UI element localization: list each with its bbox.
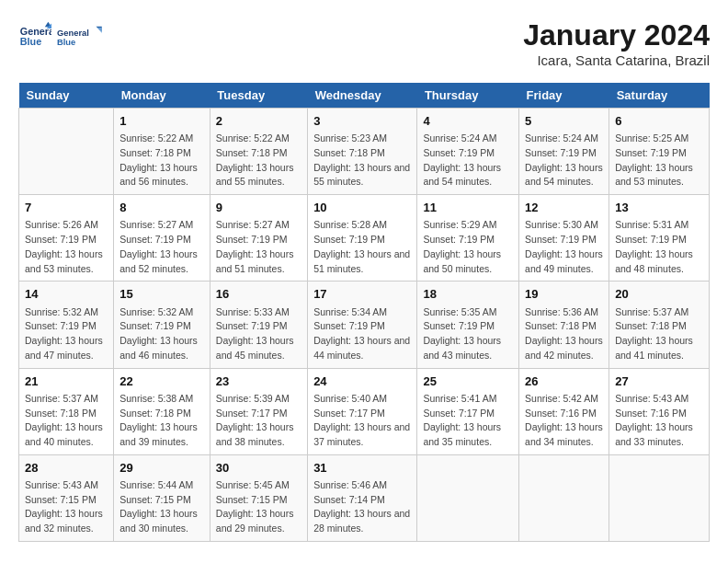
day-cell: 7Sunrise: 5:26 AMSunset: 7:19 PMDaylight…: [19, 195, 114, 282]
svg-text:General: General: [57, 29, 89, 38]
day-number: 25: [423, 373, 513, 390]
day-cell: 18Sunrise: 5:35 AMSunset: 7:19 PMDayligh…: [417, 282, 519, 368]
day-info: Sunrise: 5:43 AMSunset: 7:16 PMDaylight:…: [615, 392, 703, 450]
day-info: Sunrise: 5:42 AMSunset: 7:16 PMDaylight:…: [525, 392, 603, 450]
day-number: 14: [25, 286, 108, 303]
day-cell: 13Sunrise: 5:31 AMSunset: 7:19 PMDayligh…: [609, 195, 710, 282]
column-header-saturday: Saturday: [609, 83, 710, 109]
day-info: Sunrise: 5:44 AMSunset: 7:15 PMDaylight:…: [119, 478, 204, 536]
day-number: 19: [525, 286, 603, 303]
column-header-sunday: Sunday: [19, 83, 114, 109]
day-number: 28: [25, 460, 108, 477]
day-info: Sunrise: 5:43 AMSunset: 7:15 PMDaylight:…: [25, 478, 108, 536]
day-number: 22: [119, 373, 204, 390]
column-header-thursday: Thursday: [417, 83, 519, 109]
day-cell: 6Sunrise: 5:25 AMSunset: 7:19 PMDaylight…: [609, 109, 710, 195]
day-info: Sunrise: 5:37 AMSunset: 7:18 PMDaylight:…: [615, 305, 703, 363]
day-number: 9: [216, 200, 301, 216]
day-cell: 2Sunrise: 5:22 AMSunset: 7:18 PMDaylight…: [210, 109, 307, 195]
day-number: 1: [119, 113, 204, 130]
day-number: 24: [313, 373, 411, 390]
day-info: Sunrise: 5:27 AMSunset: 7:19 PMDaylight:…: [119, 218, 204, 276]
day-cell: 15Sunrise: 5:32 AMSunset: 7:19 PMDayligh…: [114, 282, 210, 368]
day-info: Sunrise: 5:36 AMSunset: 7:18 PMDaylight:…: [525, 305, 603, 363]
day-cell: 25Sunrise: 5:41 AMSunset: 7:17 PMDayligh…: [417, 368, 519, 454]
day-number: 30: [216, 460, 301, 477]
day-number: 18: [423, 286, 513, 303]
day-number: 31: [313, 460, 411, 477]
general-blue-logo-svg: General Blue: [57, 18, 103, 55]
day-cell: [609, 454, 710, 541]
svg-marker-7: [97, 28, 102, 33]
column-header-wednesday: Wednesday: [308, 83, 417, 109]
day-info: Sunrise: 5:24 AMSunset: 7:19 PMDaylight:…: [423, 132, 513, 190]
page-subtitle: Icara, Santa Catarina, Brazil: [523, 52, 710, 68]
day-cell: 20Sunrise: 5:37 AMSunset: 7:18 PMDayligh…: [609, 282, 710, 368]
day-info: Sunrise: 5:37 AMSunset: 7:18 PMDaylight:…: [25, 392, 108, 450]
day-cell: 11Sunrise: 5:29 AMSunset: 7:19 PMDayligh…: [417, 195, 519, 282]
day-cell: 23Sunrise: 5:39 AMSunset: 7:17 PMDayligh…: [210, 368, 307, 454]
day-number: 8: [119, 200, 204, 216]
day-info: Sunrise: 5:22 AMSunset: 7:18 PMDaylight:…: [119, 132, 204, 190]
day-cell: 9Sunrise: 5:27 AMSunset: 7:19 PMDaylight…: [210, 195, 307, 282]
day-number: 20: [615, 286, 703, 303]
day-cell: [519, 454, 609, 541]
column-header-friday: Friday: [519, 83, 609, 109]
logo: General Blue General Blue: [18, 18, 103, 55]
day-info: Sunrise: 5:22 AMSunset: 7:18 PMDaylight:…: [216, 132, 301, 190]
day-number: 16: [216, 286, 301, 303]
day-cell: 19Sunrise: 5:36 AMSunset: 7:18 PMDayligh…: [519, 282, 609, 368]
day-cell: 1Sunrise: 5:22 AMSunset: 7:18 PMDaylight…: [114, 109, 210, 195]
title-block: January 2024 Icara, Santa Catarina, Braz…: [523, 18, 710, 68]
day-info: Sunrise: 5:41 AMSunset: 7:17 PMDaylight:…: [423, 392, 513, 450]
day-cell: 8Sunrise: 5:27 AMSunset: 7:19 PMDaylight…: [114, 195, 210, 282]
day-info: Sunrise: 5:29 AMSunset: 7:19 PMDaylight:…: [423, 218, 513, 276]
week-row-5: 28Sunrise: 5:43 AMSunset: 7:15 PMDayligh…: [19, 454, 710, 541]
day-number: 7: [25, 200, 108, 216]
day-number: 27: [615, 373, 703, 390]
day-cell: 30Sunrise: 5:45 AMSunset: 7:15 PMDayligh…: [210, 454, 307, 541]
day-info: Sunrise: 5:33 AMSunset: 7:19 PMDaylight:…: [216, 305, 301, 363]
day-cell: [417, 454, 519, 541]
day-cell: 17Sunrise: 5:34 AMSunset: 7:19 PMDayligh…: [308, 282, 417, 368]
logo-icon: General Blue: [18, 20, 51, 53]
day-number: 4: [423, 113, 513, 130]
day-number: 15: [119, 286, 204, 303]
day-info: Sunrise: 5:45 AMSunset: 7:15 PMDaylight:…: [216, 478, 301, 536]
day-info: Sunrise: 5:32 AMSunset: 7:19 PMDaylight:…: [119, 305, 204, 363]
day-cell: 24Sunrise: 5:40 AMSunset: 7:17 PMDayligh…: [308, 368, 417, 454]
day-cell: 28Sunrise: 5:43 AMSunset: 7:15 PMDayligh…: [19, 454, 114, 541]
week-row-4: 21Sunrise: 5:37 AMSunset: 7:18 PMDayligh…: [19, 368, 710, 454]
calendar-header-row: SundayMondayTuesdayWednesdayThursdayFrid…: [19, 83, 710, 109]
day-info: Sunrise: 5:30 AMSunset: 7:19 PMDaylight:…: [525, 218, 603, 276]
day-info: Sunrise: 5:39 AMSunset: 7:17 PMDaylight:…: [216, 392, 301, 450]
week-row-2: 7Sunrise: 5:26 AMSunset: 7:19 PMDaylight…: [19, 195, 710, 282]
day-cell: [19, 109, 114, 195]
day-cell: 16Sunrise: 5:33 AMSunset: 7:19 PMDayligh…: [210, 282, 307, 368]
day-number: 2: [216, 113, 301, 130]
svg-text:Blue: Blue: [57, 38, 75, 47]
week-row-3: 14Sunrise: 5:32 AMSunset: 7:19 PMDayligh…: [19, 282, 710, 368]
day-info: Sunrise: 5:46 AMSunset: 7:14 PMDaylight:…: [313, 478, 411, 536]
day-number: 17: [313, 286, 411, 303]
page-header: General Blue General Blue January 2024 I…: [18, 18, 710, 68]
day-info: Sunrise: 5:35 AMSunset: 7:19 PMDaylight:…: [423, 305, 513, 363]
day-number: 12: [525, 200, 603, 216]
day-info: Sunrise: 5:26 AMSunset: 7:19 PMDaylight:…: [25, 218, 108, 276]
day-info: Sunrise: 5:25 AMSunset: 7:19 PMDaylight:…: [615, 132, 703, 190]
day-cell: 4Sunrise: 5:24 AMSunset: 7:19 PMDaylight…: [417, 109, 519, 195]
day-cell: 3Sunrise: 5:23 AMSunset: 7:18 PMDaylight…: [308, 109, 417, 195]
day-cell: 14Sunrise: 5:32 AMSunset: 7:19 PMDayligh…: [19, 282, 114, 368]
day-number: 3: [313, 113, 411, 130]
day-number: 6: [615, 113, 703, 130]
day-number: 11: [423, 200, 513, 216]
column-header-monday: Monday: [114, 83, 210, 109]
day-number: 29: [119, 460, 204, 477]
day-cell: 27Sunrise: 5:43 AMSunset: 7:16 PMDayligh…: [609, 368, 710, 454]
day-info: Sunrise: 5:40 AMSunset: 7:17 PMDaylight:…: [313, 392, 411, 450]
day-info: Sunrise: 5:38 AMSunset: 7:18 PMDaylight:…: [119, 392, 204, 450]
calendar-table: SundayMondayTuesdayWednesdayThursdayFrid…: [18, 83, 710, 542]
week-row-1: 1Sunrise: 5:22 AMSunset: 7:18 PMDaylight…: [19, 109, 710, 195]
day-cell: 21Sunrise: 5:37 AMSunset: 7:18 PMDayligh…: [19, 368, 114, 454]
day-cell: 26Sunrise: 5:42 AMSunset: 7:16 PMDayligh…: [519, 368, 609, 454]
